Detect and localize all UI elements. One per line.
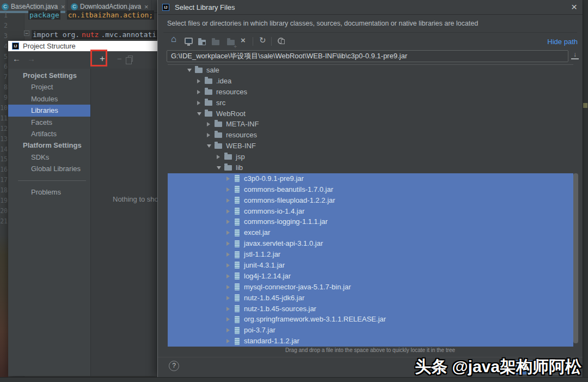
sidebar-item-project[interactable]: Project — [8, 81, 90, 93]
tree-row[interactable]: poi-3.7.jar — [168, 325, 573, 336]
tree-row[interactable]: log4j-1.2.14.jar — [168, 271, 573, 282]
dialog-titlebar[interactable]: IJ Select Library Files × — [158, 0, 583, 15]
new-folder-icon[interactable]: + — [227, 38, 235, 47]
project-folder-icon[interactable] — [198, 38, 206, 47]
chevron-right-icon[interactable] — [226, 252, 231, 257]
chevron-down-icon[interactable] — [197, 112, 201, 116]
chevron-right-icon[interactable] — [226, 187, 231, 192]
close-icon[interactable]: × — [144, 3, 149, 11]
chevron-right-icon[interactable] — [197, 79, 201, 83]
tree-row[interactable]: commons-beanutils-1.7.0.jar — [168, 184, 573, 195]
jar-file-icon — [235, 272, 240, 280]
code-line-3[interactable]: import org.nutz.mvc.annotati — [32, 31, 157, 39]
tree-row[interactable]: excel.jar — [168, 227, 573, 238]
chevron-right-icon[interactable] — [197, 101, 201, 105]
chevron-right-icon[interactable] — [226, 241, 231, 246]
tree-row[interactable]: mysql-connector-java-5.1.7-bin.jar — [168, 282, 573, 293]
tree-row[interactable]: META-INF — [168, 119, 573, 130]
tree-row[interactable]: jsp — [168, 151, 573, 162]
path-collapse-icon[interactable]: ↓ — [571, 51, 579, 59]
help-button[interactable]: ? — [169, 361, 179, 371]
tree-row[interactable]: junit-4.3.1.jar — [168, 260, 573, 271]
tree-row[interactable]: c3p0-0.9.1-pre9.jar — [168, 173, 573, 184]
tree-row[interactable]: jstl-1.1.2.jar — [168, 249, 573, 260]
home-icon[interactable]: ⌂ — [171, 35, 176, 44]
tree-node-label: .idea — [216, 76, 231, 87]
chevron-right-icon[interactable] — [226, 209, 231, 214]
tree-node-label: resources — [216, 87, 247, 98]
line-number: 4 — [0, 41, 8, 52]
close-icon[interactable]: × — [571, 1, 577, 13]
chevron-down-icon[interactable] — [207, 144, 211, 148]
chevron-right-icon[interactable] — [226, 274, 231, 278]
tree-row[interactable]: commons-io-1.4.jar — [168, 206, 573, 217]
desktop-icon[interactable] — [185, 37, 193, 46]
folder-icon-disabled[interactable] — [212, 38, 219, 47]
tree-row[interactable]: nutz-1.b.45-sources.jar — [168, 304, 573, 314]
tree-row[interactable]: .idea — [168, 76, 573, 87]
tree-row[interactable]: WebRoot — [168, 108, 573, 119]
tree-node-label: c3p0-0.9.1-pre9.jar — [244, 173, 304, 184]
jar-file-icon — [235, 197, 240, 204]
editor-error-stripe[interactable] — [583, 0, 588, 382]
forward-icon[interactable]: → — [27, 54, 35, 63]
tree-row[interactable]: javax.servlet-api-3.1.0.jar — [168, 238, 573, 249]
chevron-right-icon[interactable] — [226, 220, 231, 224]
back-icon[interactable]: ← — [13, 54, 21, 63]
hide-path-link[interactable]: Hide path — [547, 38, 578, 46]
chevron-right-icon[interactable] — [226, 328, 231, 332]
remove-library-button[interactable]: − — [117, 54, 122, 63]
tree-row[interactable]: sale — [168, 65, 573, 76]
refresh-icon[interactable]: ↻ — [259, 37, 266, 44]
sidebar-item-facets[interactable]: Facets — [8, 117, 90, 128]
code-line-1[interactable]: package cn.itbaizhan.action; — [28, 11, 154, 19]
chevron-right-icon[interactable] — [226, 296, 231, 300]
chevron-right-icon[interactable] — [226, 263, 231, 268]
path-input[interactable]: G:\IDE_workplace\毕设项目\sale\WebRoot\WEB-I… — [167, 50, 568, 62]
tree-node-label: mysql-connector-java-5.1.7-bin.jar — [244, 282, 351, 293]
chevron-right-icon[interactable] — [226, 317, 231, 322]
chevron-right-icon[interactable] — [226, 177, 231, 181]
chevron-right-icon[interactable] — [226, 285, 231, 289]
tree-node-label: junit-4.3.1.jar — [244, 260, 285, 271]
sidebar-divider — [8, 175, 90, 186]
tree-node-label: commons-beanutils-1.7.0.jar — [244, 184, 333, 195]
chevron-right-icon[interactable] — [226, 339, 231, 343]
show-hidden-files-icon[interactable] — [278, 37, 284, 46]
chevron-down-icon[interactable] — [217, 166, 221, 169]
tree-scrollbar[interactable] — [573, 173, 578, 343]
chevron-right-icon[interactable] — [197, 90, 201, 94]
sidebar-item-libraries[interactable]: Libraries — [8, 105, 90, 116]
tree-row[interactable]: src — [168, 98, 573, 108]
tree-row[interactable]: commons-logging-1.1.1.jar — [168, 216, 573, 227]
chevron-right-icon[interactable] — [226, 231, 231, 235]
fold-icon[interactable]: − — [24, 31, 29, 36]
close-icon[interactable]: × — [61, 3, 65, 11]
error-stripe-mark[interactable] — [583, 103, 587, 108]
monitor-icon — [185, 38, 193, 44]
sidebar-item-modules[interactable]: Modules — [8, 93, 90, 105]
tree-row[interactable]: WEB-INF — [168, 141, 573, 151]
chevron-right-icon[interactable] — [217, 155, 221, 159]
copy-icon[interactable] — [128, 56, 133, 62]
sidebar-item-problems[interactable]: Problems — [8, 186, 90, 198]
tree-row[interactable]: resources — [168, 87, 573, 98]
delete-icon[interactable]: × — [241, 37, 246, 44]
sidebar-item-sdks[interactable]: SDKs — [8, 151, 90, 163]
annotation-highlight-box — [90, 50, 107, 66]
tree-row[interactable]: commons-fileupload-1.2.2.jar — [168, 195, 573, 206]
tree-row[interactable]: resources — [168, 130, 573, 141]
chevron-right-icon[interactable] — [207, 133, 211, 137]
tree-row[interactable]: org.springframework.web-3.1.1.RELEASE.ja… — [168, 314, 573, 325]
chevron-down-icon[interactable] — [187, 69, 192, 72]
chevron-right-icon[interactable] — [226, 198, 231, 203]
chevron-right-icon[interactable] — [207, 122, 211, 126]
chevron-right-icon[interactable] — [226, 307, 231, 311]
tree-row[interactable]: nutz-1.b.45-jdk6.jar — [168, 293, 573, 304]
sidebar-item-global-libraries[interactable]: Global Libraries — [8, 163, 90, 174]
tree-row[interactable]: lib — [168, 162, 573, 173]
folder-icon — [215, 122, 222, 127]
project-structure-sidebar: Project SettingsProjectModulesLibrariesF… — [8, 69, 91, 376]
sidebar-item-artifacts[interactable]: Artifacts — [8, 128, 90, 140]
tree-row[interactable]: standard-1.1.2.jar — [168, 336, 573, 347]
